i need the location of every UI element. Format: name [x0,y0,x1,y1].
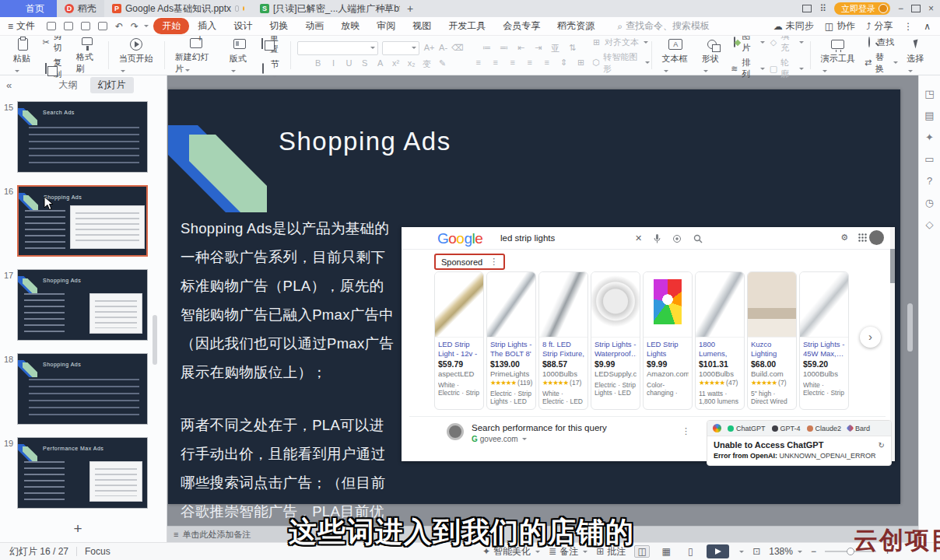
collapse-ribbon-button[interactable]: ∧ [924,21,931,32]
menu-item[interactable]: 插入 [189,18,225,34]
canvas-scrollbar[interactable] [907,303,913,352]
window-tab[interactable]: D 稻壳 [57,0,104,17]
align-tool-icon[interactable]: ≡ [489,58,501,68]
align-tool-icon[interactable]: ⇕ [558,58,570,68]
font-style-icon[interactable]: ✎ [437,58,448,70]
shapes-button[interactable]: 形状 [698,37,726,75]
font-size-select[interactable] [382,41,419,55]
window-tab[interactable]: S [只读]已解密_...人端推广种草bf [252,0,400,17]
google-screenshot[interactable]: Google led strip lights ✕ ⚙ Sponsored ⋮ [402,227,895,461]
window-tab[interactable]: P Google Ads基础知识.pptx [104,0,252,17]
outline-button[interactable]: ▢轮廓 [770,57,804,80]
window-split-icon[interactable] [802,5,812,12]
menu-item[interactable]: 视图 [404,18,440,34]
history-icon[interactable]: ◷ [925,197,934,208]
select-button[interactable]: 选择 [903,37,931,75]
font-style-icon[interactable]: 变 [421,58,433,70]
apps-grid-icon[interactable]: ⠿ [819,3,826,14]
new-tab-button[interactable]: + [400,0,420,17]
share-button[interactable]: ⤴ 分享 [866,19,893,33]
collapse-panel-button[interactable]: « [0,79,18,91]
slide-thumbnail[interactable]: 15 Search Ads [17,101,156,173]
slide-thumbnail[interactable]: 18 Shopping Ads [17,353,156,425]
paragraph-tool-icon[interactable]: ⇅ [566,43,578,54]
chart-icon[interactable]: ▤ [924,110,934,121]
print-preview-button[interactable] [98,22,107,30]
collaborate-button[interactable]: ◫ 协作 [825,19,855,33]
font-tool-icon[interactable]: A- [437,43,449,53]
align-tool-icon[interactable]: ⊞ [575,58,587,68]
align-text-button[interactable]: ⊞对齐文本 [591,37,650,48]
notes-icon[interactable]: ▭ [924,153,934,165]
close-button[interactable]: × [928,3,934,14]
font-style-icon[interactable]: I [328,58,339,70]
replace-button[interactable]: ⇄替换 [864,51,898,75]
textbox-button[interactable]: A 文本框 [658,37,693,75]
paragraph-tool-icon[interactable]: ⇤ [515,43,527,54]
slide-thumbnail[interactable]: 19 Performance Max Ads [17,437,156,509]
align-tool-icon[interactable]: ≡ [524,58,535,68]
file-menu[interactable]: ≡ 文件 [0,19,43,33]
print-button[interactable] [81,22,90,30]
presentation-tools-button[interactable]: 演示工具 [817,37,860,75]
align-tool-icon[interactable]: ≡ [472,58,484,68]
font-style-icon[interactable]: x₂ [405,58,417,70]
menu-item[interactable]: 会员专享 [494,18,549,34]
font-style-icon[interactable]: S [359,58,370,70]
command-search[interactable]: ⌕ 查找命令、搜索模板 [617,19,710,33]
font-style-icon[interactable]: U [343,58,355,70]
font-style-icon[interactable]: B [312,58,324,70]
sync-status[interactable]: ☁ 未同步 [773,19,814,33]
slide-thumbnail[interactable]: 16 Shopping Ads [17,185,156,257]
align-tool-icon[interactable]: ≡ [507,58,518,68]
contact-card-icon[interactable]: ◳ [924,88,934,100]
font-name-select[interactable] [297,41,378,55]
more-menu-button[interactable]: ⋮ [903,21,913,32]
paragraph-tool-icon[interactable]: ≔ [481,43,493,54]
arrange-button[interactable]: ≋排列 [731,57,765,80]
menu-item[interactable]: 开始 [153,18,189,34]
paste-button[interactable]: 粘贴 [9,37,37,75]
menu-item[interactable]: 切换 [261,18,296,34]
section-button[interactable]: 节 [258,58,285,79]
paragraph-tool-icon[interactable]: ≕ [498,43,510,54]
minimize-button[interactable]: − [898,3,903,14]
slide-body-text[interactable]: Shopping Ads是以产品为基础的一种谷歌广告系列，目前只剩下标准购物广告… [181,214,395,560]
window-tab[interactable]: 首页 [0,0,57,17]
find-button[interactable]: 查找 [864,37,898,48]
new-slide-button[interactable]: 新建幻灯片 [171,35,221,75]
menu-item[interactable]: 审阅 [368,18,404,34]
slide-thumbnail[interactable]: 17 Shopping Ads [17,269,156,341]
login-button[interactable]: 立即登录 [834,2,890,15]
maximize-button[interactable] [911,5,921,12]
menu-item[interactable]: 开发工具 [440,18,494,34]
layout-button[interactable]: 版式 [226,37,254,75]
align-tool-icon[interactable]: ≡ [541,58,552,68]
paragraph-tool-icon[interactable]: ⇥ [532,43,544,54]
redo-button[interactable]: ↷ [127,21,142,32]
menu-item[interactable]: 动画 [296,18,332,34]
menu-item[interactable]: 放映 [332,18,368,34]
slide-title[interactable]: Shopping Ads [279,127,451,156]
sparkle-icon[interactable]: ✦ [925,131,934,143]
menu-item[interactable]: 稻壳资源 [549,18,603,34]
font-style-icon[interactable]: x² [390,58,402,70]
quick-access-dropdown-icon[interactable] [144,25,149,27]
save-button[interactable] [47,22,56,30]
slide-canvas[interactable]: Shopping Ads Shopping Ads是以产品为基础的一种谷歌广告系… [168,89,900,504]
panel-scrollbar[interactable] [153,315,157,365]
tab-slides[interactable]: 幻灯片 [90,77,134,93]
font-tool-icon[interactable]: A+ [423,43,435,53]
undo-button[interactable]: ↶ [111,21,127,32]
play-from-page-button[interactable]: 当页开始 [115,37,158,75]
help-icon[interactable]: ? [927,175,932,187]
copy-button[interactable]: 复制 [42,57,68,80]
paragraph-tool-icon[interactable]: 亚 [549,43,561,54]
smartart-button[interactable]: ⬡转智能图形 [591,51,650,75]
font-style-icon[interactable]: A [374,58,386,70]
export-button[interactable] [64,22,73,30]
format-painter-button[interactable]: 格式刷 [72,35,102,75]
shapes-icon[interactable]: ◇ [925,219,933,230]
menu-item[interactable]: 设计 [225,18,261,34]
font-tool-icon[interactable]: ⌫ [451,43,463,53]
